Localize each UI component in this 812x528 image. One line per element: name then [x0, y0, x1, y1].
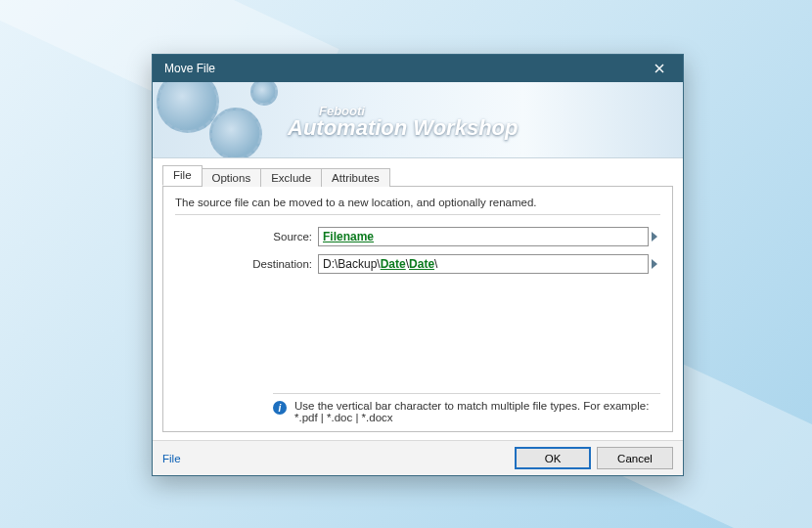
hint: i Use the vertical bar character to matc… — [273, 393, 660, 423]
dest-variable: Date — [381, 257, 406, 271]
close-button[interactable] — [644, 59, 675, 78]
tab-exclude[interactable]: Exclude — [260, 168, 322, 187]
source-input[interactable]: Filename — [318, 227, 649, 246]
svg-marker-3 — [652, 259, 657, 269]
chevron-right-icon — [652, 232, 657, 242]
destination-label: Destination: — [175, 258, 318, 270]
titlebar: Move File — [153, 55, 683, 82]
dest-text: \ — [434, 257, 437, 271]
brand-big: Automation Workshop — [288, 117, 518, 139]
gear-icon — [250, 82, 278, 106]
close-icon — [654, 64, 664, 73]
dest-variable: Date — [409, 257, 434, 271]
brand: Febooti Automation Workshop — [288, 106, 518, 139]
tab-file[interactable]: File — [162, 165, 203, 186]
panel-description: The source file can be moved to a new lo… — [175, 197, 660, 215]
destination-picker[interactable] — [649, 254, 660, 274]
hint-text: Use the vertical bar character to match … — [294, 400, 649, 423]
ok-button[interactable]: OK — [515, 447, 591, 469]
form: Source: Filename Destination: D:\Backup\… — [175, 227, 660, 282]
tab-strip: File Options Exclude Attributes — [162, 164, 673, 186]
move-file-dialog: Move File Febooti Automation Workshop Fi… — [152, 54, 684, 476]
body: File Options Exclude Attributes The sour… — [153, 158, 683, 440]
tab-attributes[interactable]: Attributes — [321, 168, 390, 187]
footer-status-link[interactable]: File — [162, 453, 181, 464]
cancel-button[interactable]: Cancel — [597, 447, 673, 469]
source-variable: Filename — [323, 230, 374, 243]
destination-input[interactable]: D:\Backup\Date\Date\ — [318, 254, 649, 274]
info-icon: i — [273, 401, 287, 415]
source-picker[interactable] — [649, 227, 660, 246]
chevron-right-icon — [652, 259, 657, 269]
window-title: Move File — [160, 62, 644, 75]
banner: Febooti Automation Workshop — [153, 82, 683, 158]
row-source: Source: Filename — [175, 227, 660, 246]
row-destination: Destination: D:\Backup\Date\Date\ — [175, 254, 660, 274]
hint-line: *.pdf | *.doc | *.docx — [294, 412, 649, 423]
dest-text: D:\Backup\ — [323, 257, 381, 271]
tab-panel-file: The source file can be moved to a new lo… — [162, 186, 673, 432]
source-label: Source: — [175, 231, 318, 242]
tab-options[interactable]: Options — [202, 168, 262, 187]
svg-marker-2 — [652, 232, 657, 242]
footer: File OK Cancel — [153, 440, 683, 475]
hint-line: Use the vertical bar character to match … — [294, 400, 649, 412]
gear-icon — [209, 108, 262, 158]
